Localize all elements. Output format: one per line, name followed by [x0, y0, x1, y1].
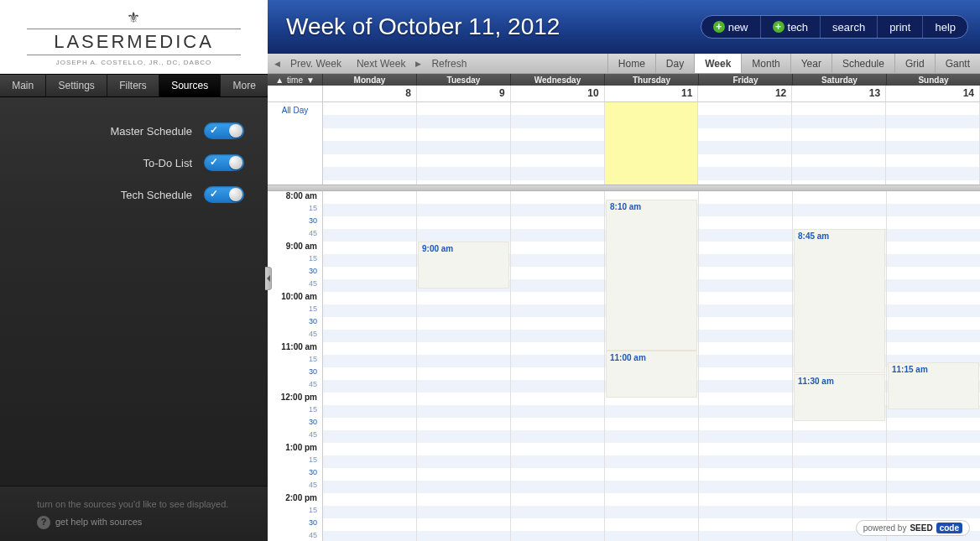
date-cell[interactable]: 13: [792, 86, 886, 101]
hour-label: 2:00 pm: [268, 493, 322, 506]
minute-label: 30: [268, 367, 322, 380]
day-column[interactable]: 8:45 am11:30 am: [793, 191, 887, 541]
help-icon[interactable]: ?: [37, 516, 50, 529]
nav-left: ◀ Prev. Week Next Week ▶ Refresh: [268, 58, 472, 70]
sidebar-tab-sources[interactable]: Sources: [159, 75, 221, 96]
view-tab-day[interactable]: Day: [655, 54, 694, 73]
calendar: ▲ time ▼ MondayTuesdayWednesdayThursdayF…: [268, 74, 980, 541]
logo-brand: LASERMEDICA: [54, 31, 214, 53]
chevron-left-icon[interactable]: ◀: [274, 60, 280, 68]
view-tab-grid[interactable]: Grid: [894, 54, 935, 73]
allday-divider[interactable]: [268, 185, 980, 191]
source-toggle[interactable]: ✓: [204, 186, 244, 203]
minute-label: 30: [268, 267, 322, 279]
calendar-event[interactable]: 8:45 am: [794, 229, 885, 373]
header: Week of October 11, 2012 +new+techsearch…: [268, 0, 980, 54]
view-tab-home[interactable]: Home: [607, 54, 655, 73]
minute-label: 45: [268, 229, 322, 242]
day-header: Monday: [323, 74, 417, 86]
calendar-event[interactable]: 11:00 am: [606, 351, 697, 398]
hour-label: 8:00 am: [268, 191, 322, 204]
calendar-grid[interactable]: 8:00 am1530459:00 am15304510:00 am153045…: [268, 191, 980, 541]
minute-label: 15: [268, 455, 322, 468]
print-button[interactable]: print: [878, 16, 923, 38]
source-toggle[interactable]: ✓: [204, 122, 244, 139]
tech-button[interactable]: +tech: [761, 16, 821, 38]
sidebar-collapse-handle[interactable]: [265, 267, 272, 290]
hour-label: 11:00 am: [268, 342, 322, 355]
view-tab-year[interactable]: Year: [790, 54, 831, 73]
day-header: Wednesday: [511, 74, 605, 86]
sidebar-tabs: MainSettingsFiltersSourcesMore: [0, 74, 268, 97]
view-tab-schedule[interactable]: Schedule: [831, 54, 894, 73]
day-column[interactable]: 11:15 am: [887, 191, 980, 541]
sources-list: Master Schedule✓To-Do List✓Tech Schedule…: [0, 97, 268, 243]
main: Week of October 11, 2012 +new+techsearch…: [268, 0, 980, 541]
minute-label: 45: [268, 279, 322, 292]
hour-label: 9:00 am: [268, 242, 322, 254]
minute-label: 45: [268, 380, 322, 393]
minute-label: 45: [268, 531, 322, 541]
chevron-right-icon[interactable]: ▶: [415, 60, 421, 68]
allday-label: All Day: [268, 102, 323, 185]
navbar: ◀ Prev. Week Next Week ▶ Refresh HomeDay…: [268, 54, 980, 74]
plus-icon: +: [713, 21, 725, 33]
sidebar-footer: turn on the sources you'd like to see di…: [0, 486, 268, 541]
allday-cell[interactable]: [698, 102, 792, 185]
calendar-event[interactable]: 11:15 am: [888, 362, 979, 409]
minute-label: 15: [268, 506, 322, 518]
calendar-event[interactable]: 9:00 am: [418, 242, 509, 289]
day-column[interactable]: 8:10 am11:00 am: [605, 191, 699, 541]
date-cell[interactable]: 14: [886, 86, 980, 101]
refresh-link[interactable]: Refresh: [426, 58, 472, 70]
days-grid: 9:00 am8:10 am11:00 am8:45 am11:30 am11:…: [323, 191, 980, 541]
calendar-event[interactable]: 8:10 am: [606, 200, 697, 351]
search-button[interactable]: search: [821, 16, 878, 38]
view-tab-month[interactable]: Month: [741, 54, 790, 73]
allday-cell[interactable]: [323, 102, 417, 185]
date-cell[interactable]: 10: [511, 86, 605, 101]
hour-label: 1:00 pm: [268, 443, 322, 455]
minute-label: 30: [268, 317, 322, 330]
day-column[interactable]: [511, 191, 605, 541]
day-column[interactable]: 9:00 am: [417, 191, 511, 541]
hour-label: 12:00 pm: [268, 393, 322, 405]
time-axis: 8:00 am1530459:00 am15304510:00 am153045…: [268, 191, 323, 541]
sidebar-tab-more[interactable]: More: [221, 75, 268, 96]
prev-week-link[interactable]: Prev. Week: [285, 58, 347, 70]
minute-label: 45: [268, 330, 322, 342]
time-column-header[interactable]: ▲ time ▼: [268, 74, 323, 86]
help-button[interactable]: help: [923, 16, 967, 38]
allday-cell[interactable]: [511, 102, 605, 185]
calendar-date-row: 891011121314: [268, 86, 980, 102]
sidebar-tab-main[interactable]: Main: [0, 75, 46, 96]
day-column[interactable]: [699, 191, 793, 541]
allday-cell[interactable]: [886, 102, 980, 185]
sidebar-help-link[interactable]: get help with sources: [55, 516, 142, 528]
date-cell[interactable]: 8: [323, 86, 417, 101]
allday-cell[interactable]: [792, 102, 886, 185]
app-root: ⚜ LASERMEDICA JOSEPH A. COSTELLO, JR., D…: [0, 0, 980, 541]
sidebar-tab-settings[interactable]: Settings: [46, 75, 107, 96]
allday-cell[interactable]: [605, 102, 699, 185]
sort-down-icon: ▼: [306, 75, 315, 85]
minute-label: 30: [268, 468, 322, 481]
date-cell[interactable]: 9: [417, 86, 511, 101]
date-cell[interactable]: 11: [605, 86, 699, 101]
new-button[interactable]: +new: [701, 16, 761, 38]
minute-label: 30: [268, 518, 322, 531]
source-row: Master Schedule✓: [23, 122, 244, 139]
logo-subline: JOSEPH A. COSTELLO, JR., DC, DABCO: [56, 59, 212, 66]
powered-by-badge[interactable]: powered by SEED code: [856, 520, 970, 536]
sidebar-tab-filters[interactable]: Filters: [107, 75, 159, 96]
source-toggle[interactable]: ✓: [204, 154, 244, 171]
calendar-event[interactable]: 11:30 am: [794, 374, 885, 421]
view-tab-week[interactable]: Week: [694, 54, 741, 73]
day-header: Thursday: [605, 74, 699, 86]
next-week-link[interactable]: Next Week: [352, 58, 410, 70]
date-cell[interactable]: 12: [698, 86, 792, 101]
day-column[interactable]: [323, 191, 417, 541]
minute-label: 45: [268, 430, 322, 443]
view-tab-gantt[interactable]: Gantt: [935, 54, 980, 73]
allday-cell[interactable]: [417, 102, 511, 185]
